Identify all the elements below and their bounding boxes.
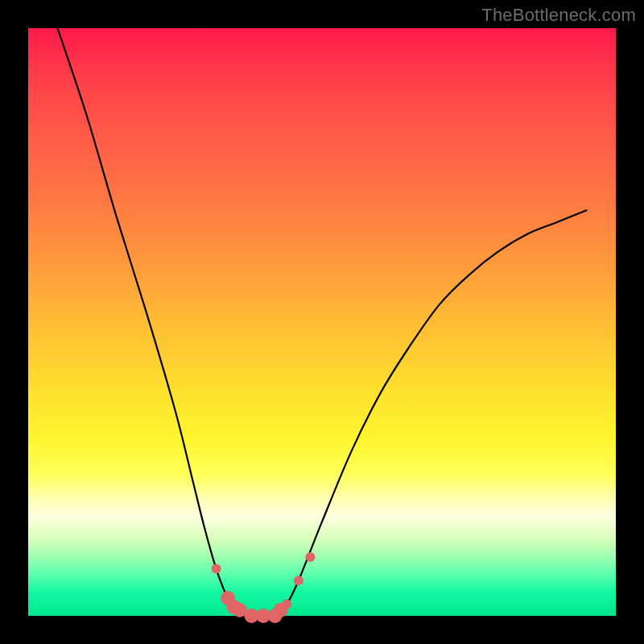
plot-area: [28, 28, 616, 616]
marker-dot: [294, 576, 303, 585]
curve-svg: [28, 28, 616, 616]
chart-frame: TheBottleneck.com: [0, 0, 644, 644]
marker-dot: [282, 599, 291, 609]
marker-dot: [305, 552, 315, 562]
marker-dot: [212, 564, 221, 574]
bottleneck-curve: [58, 28, 587, 617]
watermark-text: TheBottleneck.com: [481, 5, 636, 26]
marker-group: [212, 552, 316, 623]
